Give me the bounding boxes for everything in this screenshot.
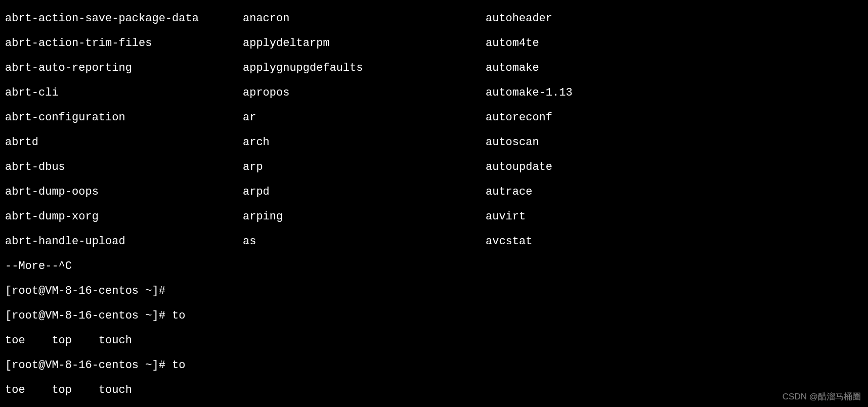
file-list-row: abrt-action-trim-filesapplydeltarpmautom… xyxy=(5,37,863,50)
file-list-row: abrt-cliaproposautomake-1.13 xyxy=(5,87,863,100)
file-list-row: abrt-dbusarpautoupdate xyxy=(5,161,863,174)
file-list-row: abrt-configurationarautoreconf xyxy=(5,112,863,124)
prompt-line: [root@VM-8-16-centos ~]# xyxy=(5,285,863,298)
watermark: CSDN @醋溜马桶圈 xyxy=(783,391,861,403)
file-list-row: abrt-action-save-package-dataanacronauto… xyxy=(5,13,863,25)
file-list-row: abrt-handle-uploadasavcstat xyxy=(5,236,863,248)
completion-line: toe top touch xyxy=(5,384,863,397)
file-list-row: abrt-dump-oopsarpdautrace xyxy=(5,186,863,199)
more-prompt: --More--^C xyxy=(5,260,863,273)
file-list-row: abrt-dump-xorgarpingauvirt xyxy=(5,211,863,223)
prompt-line: [root@VM-8-16-centos ~]# to xyxy=(5,310,863,323)
prompt-line: [root@VM-8-16-centos ~]# to xyxy=(5,359,863,372)
completion-line: toe top touch xyxy=(5,335,863,347)
terminal-output[interactable]: abrt-action-save-package-dataanacronauto… xyxy=(0,0,868,407)
file-list-row: abrtdarchautoscan xyxy=(5,137,863,149)
file-list-row: abrt-auto-reportingapplygnupgdefaultsaut… xyxy=(5,62,863,75)
